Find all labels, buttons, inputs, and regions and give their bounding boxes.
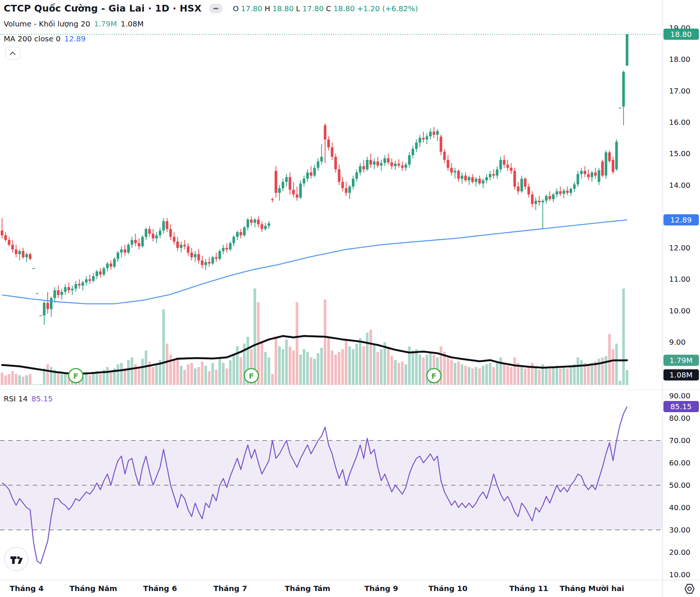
volume-bar [176,357,179,385]
candle-body [608,152,611,161]
svg-text:18.80: 18.80 [670,30,691,39]
ma200-legend-label: MA 200 close 0 [4,34,60,43]
ma200-legend[interactable]: MA 200 close 0 12.89 [4,34,86,43]
volume-bar [527,366,530,385]
symbol-title[interactable]: CTCP Quốc Cường - Gia Lai · 1D · HSX [4,3,202,14]
candle-body [496,169,498,176]
month-label: Tháng 6 [143,584,177,593]
volume-bar [92,373,95,385]
rsi-tick-label: 10.00 [669,570,690,579]
candle-body [253,219,256,222]
volume-bar [591,363,593,385]
volume-bar [359,338,362,385]
financials-marker-letter: F [73,372,78,380]
candle-body [103,268,105,275]
volume-bar [275,337,277,385]
candle-body [95,271,98,276]
price-tick-label: 9.00 [669,338,686,347]
chart-plot-area[interactable]: FFF20.0019.0018.0017.0016.0015.0014.0012… [0,0,700,597]
candle-body [415,143,418,149]
volume-legend[interactable]: Volume - Khối lượng 20 1.79M 1.08M [4,19,144,28]
tradingview-logo[interactable] [4,547,29,571]
high-label: H [265,4,270,13]
candle-body [60,292,63,295]
candle-body [594,173,597,176]
volume-bar [538,370,540,385]
candle-body [345,188,347,193]
volume-bar [50,367,53,385]
volume-bar [278,346,281,385]
candle-body [236,232,239,237]
candle-body [384,158,386,163]
candle-body [397,164,400,165]
candle-body [211,257,214,263]
volume-bar [162,309,165,385]
volume-bar [303,349,305,385]
hide-indicator-icon[interactable] [209,4,223,13]
candle-body [549,196,551,199]
volume-bar [310,357,312,385]
candle-body [352,179,354,187]
change-value: +1.20 (+6.82%) [357,4,418,13]
rsi-legend[interactable]: RSI 14 85.15 [4,394,53,403]
volume-bar [468,367,470,385]
candle-body [527,187,530,195]
volume-bar [89,375,91,385]
volume-bar [573,364,576,385]
volume-bar [535,367,537,385]
volume-bar [292,351,295,385]
candle-body [183,245,186,246]
volume-bar [334,355,337,385]
candle-body [46,303,49,309]
volume-bar [331,351,333,385]
candle-body [524,179,527,187]
collapse-pane-button[interactable] [5,47,20,60]
volume-bar [60,374,63,385]
symbol-legend: CTCP Quốc Cường - Gia Lai · 1D · HSX O 1… [4,3,418,14]
time-axis-settings-icon[interactable] [683,583,696,595]
rsi-axis-ticks: 90.0080.0070.0060.0050.0040.0030.0020.00… [669,391,690,579]
candle-body [29,254,31,259]
volume-bar [327,338,330,385]
volume-bar [555,366,558,385]
volume-bar [615,344,618,385]
volume-bar [145,351,147,385]
month-label: Tháng 9 [364,584,398,593]
axis-value-badge: 12.89 [663,214,699,225]
candle-body [429,132,432,136]
volume-bar [127,360,130,385]
candle-body [306,173,309,179]
volume-bar [384,342,386,385]
candle-body [296,195,298,198]
candle-body [440,137,442,152]
candle-body [615,142,618,169]
volume-bar [520,366,523,385]
volume-bar [450,360,453,385]
candle-body [626,34,628,66]
candle-body [152,234,154,239]
price-tick-label: 17.00 [669,86,690,95]
candle-body [159,231,161,236]
candle-body [577,174,579,184]
candle-body [359,166,362,173]
candle-body [155,235,158,238]
volume-bar [626,370,628,385]
candle-body [380,163,382,165]
volume-bar [141,359,144,385]
candle-body [243,227,246,235]
candle-body [454,171,456,173]
volume-bar [366,332,369,385]
candle-body [457,171,460,179]
candle-body [391,162,393,166]
volume-bar [324,300,327,385]
volume-bar [131,357,133,385]
candle-body [513,171,516,187]
volume-bar [496,361,498,385]
candle-body [198,254,200,260]
candle-body [597,170,600,182]
candle-body [240,232,242,235]
volume-bar [461,364,463,385]
volume-bar [562,367,565,385]
candle-body [117,253,119,259]
candle-body [43,303,45,316]
